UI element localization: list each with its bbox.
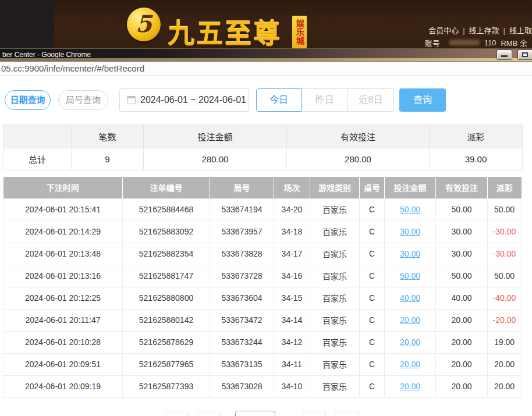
url-bar[interactable]: 05.cc:9900/infe/mcenter/#/betRecord xyxy=(0,62,532,76)
nav-online-withdraw[interactable]: 线上取 xyxy=(509,26,532,35)
minimize-button[interactable] xyxy=(496,49,512,60)
bet-amount-link[interactable]: 50.00 xyxy=(400,271,420,280)
cell-bet-time: 2024-06-01 20:15:41 xyxy=(3,198,123,221)
quick-yesterday-button[interactable]: 昨日 xyxy=(302,88,348,112)
summary-total-payout: 39.00 xyxy=(430,148,523,170)
bet-row: 2024-06-01 20:09:19521625877393533673028… xyxy=(3,375,522,397)
bet-row: 2024-06-01 20:13:48521625882354533673828… xyxy=(3,243,522,265)
cell-payout: -40.00 xyxy=(488,287,522,309)
cell-valid-bet: 30.00 xyxy=(436,243,488,265)
cell-table-number: C xyxy=(360,309,385,331)
screen: 5 九五至尊 娱乐城 会员中心|线上存款|线上取 账号 110 RMB 余 be… xyxy=(0,0,532,416)
cell-valid-bet: 40.00 xyxy=(436,287,488,309)
cell-game-type: 百家乐 xyxy=(310,221,360,243)
cell-bet-amount[interactable]: 50.00 xyxy=(385,198,436,221)
summary-total-bet-amount: 280.00 xyxy=(144,148,287,170)
tab-round-query[interactable]: 局号查询 xyxy=(58,90,108,110)
cell-bet-time: 2024-06-01 20:09:19 xyxy=(3,375,123,397)
maximize-button[interactable] xyxy=(517,49,532,60)
bet-amount-link[interactable]: 30.00 xyxy=(400,227,420,236)
chrome-window: ber Center - Google Chrome 05.cc:9900/in… xyxy=(0,48,532,416)
col-game-type: 游戏类别 xyxy=(310,177,360,198)
tab-date-query[interactable]: 日期查询 xyxy=(5,90,51,110)
cell-bet-amount[interactable]: 20.00 xyxy=(385,375,436,397)
site-header: 5 九五至尊 娱乐城 会员中心|线上存款|线上取 账号 110 RMB 余 xyxy=(0,0,532,48)
window-titlebar[interactable]: ber Center - Google Chrome xyxy=(0,48,532,58)
col-payout: 派彩 xyxy=(488,177,522,198)
cell-session: 34-20 xyxy=(274,198,310,221)
bet-amount-link[interactable]: 30.00 xyxy=(400,249,420,258)
col-round-number: 局号 xyxy=(210,177,274,198)
cell-round-number: 533674194 xyxy=(210,198,274,221)
pagination-button-5[interactable] xyxy=(335,411,359,416)
bet-amount-link[interactable]: 20.00 xyxy=(400,337,420,347)
quick-today-button[interactable]: 今日 xyxy=(256,88,302,112)
quick-last8days-button[interactable]: 近8日 xyxy=(348,88,394,112)
cell-session: 34-11 xyxy=(274,353,310,375)
cell-bet-time: 2024-06-01 20:09:51 xyxy=(3,353,123,375)
cell-game-type: 百家乐 xyxy=(310,375,360,397)
nav-online-deposit[interactable]: 线上存款 xyxy=(469,26,499,35)
cell-bill-number: 521625877965 xyxy=(123,353,210,375)
bet-amount-link[interactable]: 20.00 xyxy=(400,360,420,369)
cell-bet-amount[interactable]: 20.00 xyxy=(385,309,436,331)
col-session: 场次 xyxy=(274,177,310,198)
cell-round-number: 533673957 xyxy=(210,221,274,243)
cell-bill-number: 521625877393 xyxy=(123,375,210,397)
bet-amount-link[interactable]: 40.00 xyxy=(400,293,420,303)
bet-row: 2024-06-01 20:13:16521625881747533673728… xyxy=(3,265,522,287)
cell-table-number: C xyxy=(360,287,385,309)
pagination-button-2[interactable] xyxy=(197,411,221,416)
cell-valid-bet: 20.00 xyxy=(436,309,488,331)
account-label: 账号 xyxy=(425,37,440,48)
bet-amount-link[interactable]: 50.00 xyxy=(400,205,420,214)
cell-session: 34-18 xyxy=(274,221,310,243)
pagination-button-4[interactable] xyxy=(303,411,326,416)
minimize-icon xyxy=(501,55,508,57)
cell-payout: 19.00 xyxy=(488,331,522,353)
cell-session: 34-12 xyxy=(274,331,310,353)
account-value: 110 xyxy=(484,38,496,47)
summary-header-row: 笔数 投注金额 有效投注 派彩 xyxy=(3,125,523,148)
bet-amount-link[interactable]: 20.00 xyxy=(400,382,420,391)
summary-corner-cell xyxy=(3,125,72,148)
logo-95-icon: 5 xyxy=(127,8,161,41)
search-button[interactable]: 查询 xyxy=(399,88,446,112)
cell-payout: 50.00 xyxy=(488,265,522,287)
pagination-button-1[interactable] xyxy=(165,411,189,416)
cell-round-number: 533673135 xyxy=(210,353,274,375)
bet-amount-link[interactable]: 20.00 xyxy=(400,315,420,325)
nav-member-center[interactable]: 会员中心 xyxy=(428,26,459,35)
cell-table-number: C xyxy=(360,331,385,353)
cell-bet-amount[interactable]: 20.00 xyxy=(385,353,436,375)
cell-bet-amount[interactable]: 30.00 xyxy=(385,221,436,243)
col-bet-time: 下注时间 xyxy=(3,177,123,198)
cell-game-type: 百家乐 xyxy=(310,265,360,287)
cell-valid-bet: 20.00 xyxy=(436,375,488,397)
pagination-page-size-select[interactable] xyxy=(235,411,275,416)
summary-total-row: 总计 9 280.00 280.00 39.00 xyxy=(3,148,523,170)
bet-record-page: 日期查询 局号查询 2024-06-01 ~ 2024-06-01 今日 昨日 … xyxy=(0,76,532,416)
col-bet-amount: 投注金额 xyxy=(385,177,436,198)
cell-bet-amount[interactable]: 30.00 xyxy=(385,243,436,265)
cell-valid-bet: 30.00 xyxy=(436,221,488,243)
cell-bet-time: 2024-06-01 20:13:48 xyxy=(3,243,123,265)
date-range-input[interactable]: 2024-06-01 ~ 2024-06-01 xyxy=(119,88,249,112)
cell-bet-amount[interactable]: 50.00 xyxy=(385,265,436,287)
cell-session: 34-16 xyxy=(274,265,310,287)
cell-table-number: C xyxy=(360,375,385,397)
cell-bill-number: 521625881747 xyxy=(123,265,210,287)
maximize-icon xyxy=(522,52,528,57)
date-range-value: 2024-06-01 ~ 2024-06-01 xyxy=(140,95,246,105)
cell-session: 34-10 xyxy=(274,375,310,397)
cell-bet-amount[interactable]: 20.00 xyxy=(385,331,436,353)
cell-bet-amount[interactable]: 40.00 xyxy=(385,287,436,309)
cell-payout: -30.00 xyxy=(488,243,522,265)
cell-table-number: C xyxy=(360,221,385,243)
cell-payout: -30.00 xyxy=(488,221,522,243)
account-name-blurred xyxy=(449,40,480,45)
bet-row: 2024-06-01 20:12:25521625880800533673604… xyxy=(3,287,522,309)
cell-bet-time: 2024-06-01 20:10:28 xyxy=(3,331,123,353)
cell-bet-time: 2024-06-01 20:13:16 xyxy=(3,265,123,287)
bet-row: 2024-06-01 20:14:29521625883092533673957… xyxy=(3,221,522,243)
